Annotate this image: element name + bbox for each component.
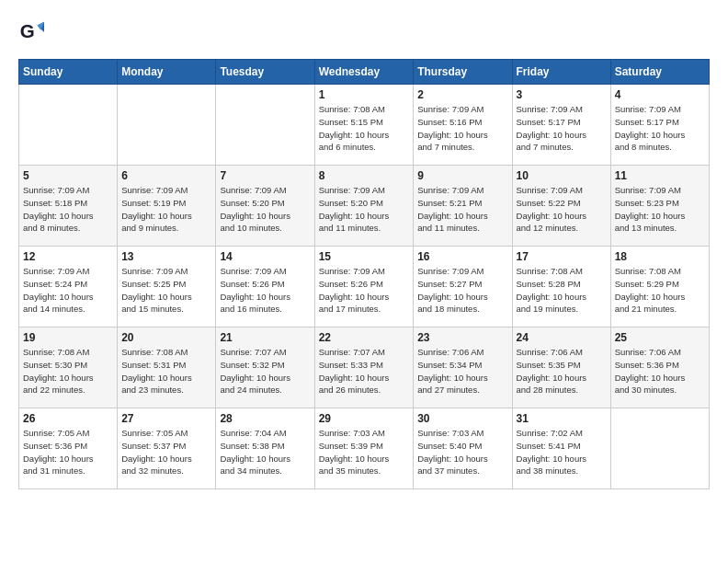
week-row-3: 12Sunrise: 7:09 AM Sunset: 5:24 PM Dayli… xyxy=(19,247,710,327)
day-info: Sunrise: 7:09 AM Sunset: 5:26 PM Dayligh… xyxy=(319,265,410,316)
day-info: Sunrise: 7:07 AM Sunset: 5:33 PM Dayligh… xyxy=(319,346,410,396)
calendar-cell: 26Sunrise: 7:05 AM Sunset: 5:36 PM Dayli… xyxy=(19,408,118,489)
calendar-cell: 14Sunrise: 7:09 AM Sunset: 5:26 PM Dayli… xyxy=(216,247,314,327)
calendar-cell xyxy=(216,85,314,166)
header-cell-tuesday: Tuesday xyxy=(216,60,314,85)
day-number: 16 xyxy=(417,250,507,263)
header-cell-wednesday: Wednesday xyxy=(314,60,414,85)
week-row-5: 26Sunrise: 7:05 AM Sunset: 5:36 PM Dayli… xyxy=(19,408,710,489)
week-row-1: 1Sunrise: 7:08 AM Sunset: 5:15 PM Daylig… xyxy=(19,85,710,166)
calendar-cell: 2Sunrise: 7:09 AM Sunset: 5:16 PM Daylig… xyxy=(414,85,512,166)
calendar-cell: 22Sunrise: 7:07 AM Sunset: 5:33 PM Dayli… xyxy=(314,327,414,408)
day-number: 29 xyxy=(319,412,410,425)
day-info: Sunrise: 7:09 AM Sunset: 5:21 PM Dayligh… xyxy=(417,184,507,235)
calendar-cell xyxy=(19,85,118,166)
calendar-cell: 17Sunrise: 7:08 AM Sunset: 5:28 PM Dayli… xyxy=(512,247,610,327)
day-number: 14 xyxy=(220,250,310,263)
calendar-cell: 7Sunrise: 7:09 AM Sunset: 5:20 PM Daylig… xyxy=(216,166,314,247)
day-info: Sunrise: 7:05 AM Sunset: 5:37 PM Dayligh… xyxy=(121,427,211,477)
header-cell-thursday: Thursday xyxy=(414,60,512,85)
day-number: 30 xyxy=(417,412,507,425)
day-info: Sunrise: 7:06 AM Sunset: 5:34 PM Dayligh… xyxy=(417,346,507,396)
header-row: SundayMondayTuesdayWednesdayThursdayFrid… xyxy=(19,60,710,85)
header-cell-sunday: Sunday xyxy=(19,60,118,85)
day-info: Sunrise: 7:09 AM Sunset: 5:16 PM Dayligh… xyxy=(417,103,507,154)
day-info: Sunrise: 7:09 AM Sunset: 5:25 PM Dayligh… xyxy=(121,265,211,316)
week-row-2: 5Sunrise: 7:09 AM Sunset: 5:18 PM Daylig… xyxy=(19,166,710,247)
calendar-cell: 6Sunrise: 7:09 AM Sunset: 5:19 PM Daylig… xyxy=(118,166,216,247)
calendar-cell: 21Sunrise: 7:07 AM Sunset: 5:32 PM Dayli… xyxy=(216,327,314,408)
day-info: Sunrise: 7:09 AM Sunset: 5:18 PM Dayligh… xyxy=(23,184,113,235)
day-number: 22 xyxy=(319,331,410,344)
calendar-cell: 12Sunrise: 7:09 AM Sunset: 5:24 PM Dayli… xyxy=(19,247,118,327)
day-number: 31 xyxy=(517,412,607,425)
calendar-cell: 28Sunrise: 7:04 AM Sunset: 5:38 PM Dayli… xyxy=(216,408,314,489)
day-info: Sunrise: 7:09 AM Sunset: 5:20 PM Dayligh… xyxy=(319,184,410,235)
calendar-cell: 3Sunrise: 7:09 AM Sunset: 5:17 PM Daylig… xyxy=(512,85,610,166)
day-info: Sunrise: 7:08 AM Sunset: 5:31 PM Dayligh… xyxy=(121,346,211,396)
day-number: 19 xyxy=(23,331,113,344)
calendar-table: SundayMondayTuesdayWednesdayThursdayFrid… xyxy=(18,59,710,489)
day-number: 26 xyxy=(23,412,113,425)
day-info: Sunrise: 7:05 AM Sunset: 5:36 PM Dayligh… xyxy=(23,427,113,477)
calendar-cell: 30Sunrise: 7:03 AM Sunset: 5:40 PM Dayli… xyxy=(414,408,512,489)
calendar-cell xyxy=(118,85,216,166)
calendar-cell: 11Sunrise: 7:09 AM Sunset: 5:23 PM Dayli… xyxy=(610,166,709,247)
day-info: Sunrise: 7:04 AM Sunset: 5:38 PM Dayligh… xyxy=(220,427,310,477)
calendar-cell: 9Sunrise: 7:09 AM Sunset: 5:21 PM Daylig… xyxy=(414,166,512,247)
day-number: 17 xyxy=(517,250,607,263)
day-number: 21 xyxy=(220,331,310,344)
day-info: Sunrise: 7:08 AM Sunset: 5:30 PM Dayligh… xyxy=(23,346,113,396)
day-number: 8 xyxy=(319,169,410,182)
day-number: 7 xyxy=(220,169,310,182)
day-info: Sunrise: 7:08 AM Sunset: 5:29 PM Dayligh… xyxy=(615,265,705,316)
calendar-cell: 27Sunrise: 7:05 AM Sunset: 5:37 PM Dayli… xyxy=(118,408,216,489)
calendar-cell: 5Sunrise: 7:09 AM Sunset: 5:18 PM Daylig… xyxy=(19,166,118,247)
calendar-cell: 25Sunrise: 7:06 AM Sunset: 5:36 PM Dayli… xyxy=(610,327,709,408)
calendar-cell: 16Sunrise: 7:09 AM Sunset: 5:27 PM Dayli… xyxy=(414,247,512,327)
calendar-cell: 23Sunrise: 7:06 AM Sunset: 5:34 PM Dayli… xyxy=(414,327,512,408)
day-info: Sunrise: 7:09 AM Sunset: 5:19 PM Dayligh… xyxy=(121,184,211,235)
calendar-cell: 20Sunrise: 7:08 AM Sunset: 5:31 PM Dayli… xyxy=(118,327,216,408)
day-info: Sunrise: 7:07 AM Sunset: 5:32 PM Dayligh… xyxy=(220,346,310,396)
page-header: G xyxy=(18,18,710,44)
day-number: 10 xyxy=(517,169,607,182)
day-number: 2 xyxy=(417,88,507,101)
week-row-4: 19Sunrise: 7:08 AM Sunset: 5:30 PM Dayli… xyxy=(19,327,710,408)
day-info: Sunrise: 7:09 AM Sunset: 5:17 PM Dayligh… xyxy=(615,103,705,154)
day-number: 6 xyxy=(121,169,211,182)
day-number: 18 xyxy=(615,250,705,263)
calendar-cell: 4Sunrise: 7:09 AM Sunset: 5:17 PM Daylig… xyxy=(610,85,709,166)
day-info: Sunrise: 7:08 AM Sunset: 5:28 PM Dayligh… xyxy=(517,265,607,316)
logo-icon: G xyxy=(18,18,44,44)
day-number: 15 xyxy=(319,250,410,263)
day-info: Sunrise: 7:09 AM Sunset: 5:23 PM Dayligh… xyxy=(615,184,705,235)
calendar-cell: 10Sunrise: 7:09 AM Sunset: 5:22 PM Dayli… xyxy=(512,166,610,247)
day-number: 23 xyxy=(417,331,507,344)
calendar-cell: 24Sunrise: 7:06 AM Sunset: 5:35 PM Dayli… xyxy=(512,327,610,408)
day-number: 13 xyxy=(121,250,211,263)
day-info: Sunrise: 7:09 AM Sunset: 5:22 PM Dayligh… xyxy=(517,184,607,235)
header-cell-monday: Monday xyxy=(118,60,216,85)
day-number: 25 xyxy=(615,331,705,344)
day-info: Sunrise: 7:03 AM Sunset: 5:39 PM Dayligh… xyxy=(319,427,410,477)
day-info: Sunrise: 7:09 AM Sunset: 5:17 PM Dayligh… xyxy=(517,103,607,154)
day-number: 28 xyxy=(220,412,310,425)
day-number: 20 xyxy=(121,331,211,344)
calendar-cell: 8Sunrise: 7:09 AM Sunset: 5:20 PM Daylig… xyxy=(314,166,414,247)
header-cell-friday: Friday xyxy=(512,60,610,85)
calendar-cell: 18Sunrise: 7:08 AM Sunset: 5:29 PM Dayli… xyxy=(610,247,709,327)
day-info: Sunrise: 7:09 AM Sunset: 5:27 PM Dayligh… xyxy=(417,265,507,316)
day-info: Sunrise: 7:09 AM Sunset: 5:26 PM Dayligh… xyxy=(220,265,310,316)
day-number: 12 xyxy=(23,250,113,263)
day-number: 24 xyxy=(517,331,607,344)
day-number: 27 xyxy=(121,412,211,425)
calendar-cell: 13Sunrise: 7:09 AM Sunset: 5:25 PM Dayli… xyxy=(118,247,216,327)
calendar-cell: 15Sunrise: 7:09 AM Sunset: 5:26 PM Dayli… xyxy=(314,247,414,327)
calendar-cell: 31Sunrise: 7:02 AM Sunset: 5:41 PM Dayli… xyxy=(512,408,610,489)
day-number: 4 xyxy=(615,88,705,101)
calendar-cell xyxy=(610,408,709,489)
day-number: 1 xyxy=(319,88,410,101)
calendar-cell: 1Sunrise: 7:08 AM Sunset: 5:15 PM Daylig… xyxy=(314,85,414,166)
day-number: 3 xyxy=(517,88,607,101)
